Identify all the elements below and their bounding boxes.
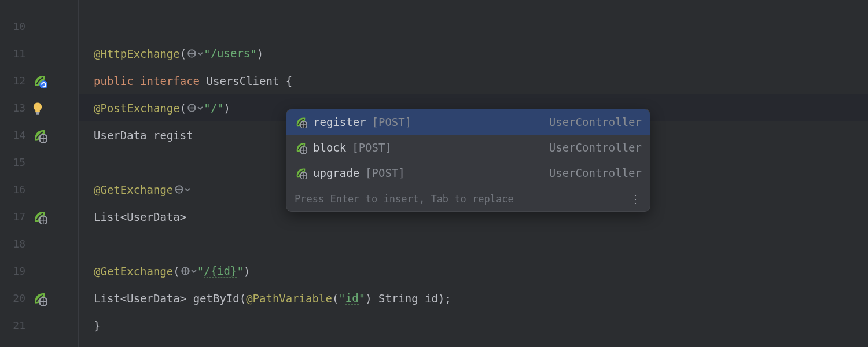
spring-web-icon	[295, 141, 307, 154]
annotation: @HttpExchange	[94, 47, 180, 60]
code-line: public interface UsersClient {	[79, 67, 868, 94]
code-line: @GetExchange("/{id}")	[79, 257, 868, 285]
completion-item[interactable]: upgrade [POST] UserController	[286, 160, 650, 186]
url-globe-dropdown[interactable]	[174, 184, 190, 194]
editor-area[interactable]: @HttpExchange("/users") public interface…	[79, 0, 868, 347]
intention-bulb-icon[interactable]	[30, 101, 45, 116]
line-number: 12	[0, 75, 25, 87]
globe-icon	[187, 49, 197, 58]
chevron-down-icon	[191, 269, 197, 274]
spring-client-icon[interactable]	[32, 73, 47, 88]
annotation: @PostExchange	[94, 102, 180, 115]
spring-web-icon[interactable]	[32, 128, 47, 143]
spring-web-icon	[295, 167, 307, 179]
globe-icon	[174, 184, 184, 194]
globe-icon	[187, 103, 197, 113]
line-number: 17	[0, 211, 25, 223]
gutter: 10 11 12 13 14 15 16 17 18 19 20 21	[0, 0, 79, 347]
completion-owner: UserController	[549, 116, 642, 128]
spring-web-icon[interactable]	[32, 291, 47, 306]
code-line	[79, 13, 868, 40]
line-number: 15	[0, 156, 25, 168]
completion-item[interactable]: register [POST] UserController	[286, 109, 650, 135]
completion-http-method: [POST]	[352, 141, 392, 154]
globe-icon	[181, 266, 190, 276]
completion-name: register	[313, 116, 366, 128]
spring-web-icon	[295, 116, 307, 128]
url-path[interactable]: /{id}	[204, 264, 237, 278]
line-number: 20	[0, 292, 25, 304]
completion-http-method: [POST]	[365, 167, 405, 179]
completion-name: block	[313, 141, 346, 154]
code-line: @HttpExchange("/users")	[79, 40, 868, 67]
line-number: 21	[0, 319, 25, 331]
line-number: 11	[0, 47, 25, 60]
completion-hint: Press Enter to insert, Tab to replace ⋮	[286, 186, 650, 211]
code-line: }	[79, 312, 868, 339]
code-line: List<UserData> getById(@PathVariable("id…	[79, 285, 868, 312]
chevron-down-icon	[197, 51, 203, 56]
completion-name: upgrade	[313, 167, 359, 179]
line-number: 18	[0, 238, 25, 250]
completion-item[interactable]: block [POST] UserController	[286, 135, 650, 160]
line-number: 13	[0, 102, 25, 114]
more-options-icon[interactable]: ⋮	[630, 192, 642, 206]
code-line	[79, 230, 868, 257]
annotation: @GetExchange	[94, 265, 173, 278]
line-number: 14	[0, 129, 25, 141]
line-number: 10	[0, 20, 25, 32]
completion-owner: UserController	[549, 141, 642, 154]
chevron-down-icon	[197, 106, 203, 110]
chevron-down-icon	[185, 187, 190, 192]
url-globe-dropdown[interactable]	[187, 103, 203, 113]
line-number: 16	[0, 183, 25, 195]
spring-web-icon[interactable]	[32, 209, 47, 224]
url-path[interactable]: /users	[211, 47, 251, 60]
annotation: @GetExchange	[94, 183, 173, 196]
completion-owner: UserController	[549, 167, 642, 179]
line-number: 19	[0, 265, 25, 277]
url-globe-dropdown[interactable]	[187, 49, 203, 58]
completion-popup[interactable]: register [POST] UserController block [PO…	[286, 109, 650, 212]
url-globe-dropdown[interactable]	[181, 266, 197, 276]
completion-http-method: [POST]	[372, 116, 412, 128]
